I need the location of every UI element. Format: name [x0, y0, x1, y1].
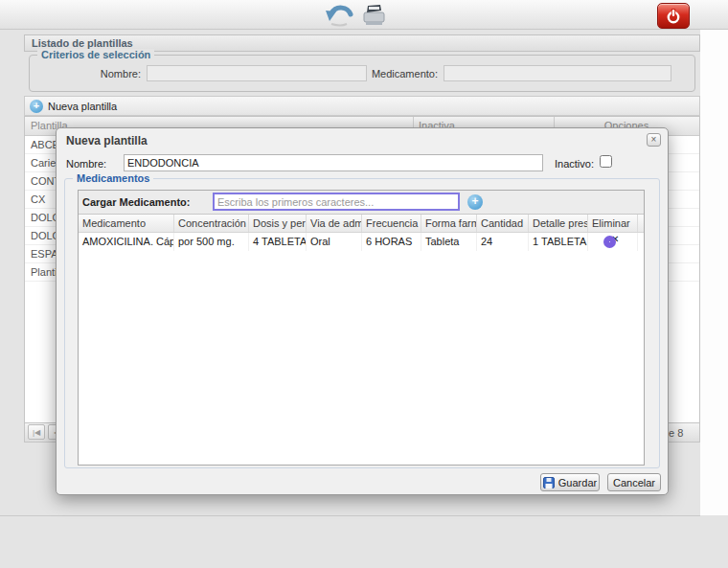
medicamento-input[interactable]	[444, 65, 671, 81]
cell-medicamento: AMOXICILINA. Cáps...	[79, 233, 174, 251]
header-via[interactable]: Via de admi...	[307, 215, 362, 232]
criteria-fieldset: Criterios de selección Nombre: Medicamen…	[29, 55, 695, 92]
printer-icon[interactable]	[360, 2, 389, 30]
list-toolbar: + Nueva plantilla	[24, 96, 700, 116]
row-filler	[638, 233, 644, 251]
top-toolbar	[0, 0, 728, 30]
header-medicamento[interactable]: Medicamento	[79, 215, 174, 232]
modal-nombre-input[interactable]	[124, 154, 543, 171]
cell-dosis: 4 TABLETAS...	[249, 233, 307, 251]
medicamentos-panel: Cargar Medicamento: + Medicamento Concen…	[78, 190, 645, 466]
cell-detalle: 1 TABLETA ...	[529, 233, 588, 251]
medicamentos-table-header: Medicamento Concentración Dosis y peri..…	[79, 215, 644, 233]
cell-forma: Tableta	[421, 233, 477, 251]
page-right-gutter	[700, 30, 728, 515]
app-bottom-border	[0, 515, 700, 516]
modal-nombre-label: Nombre:	[66, 158, 106, 170]
loading-ring-icon	[603, 236, 616, 248]
header-filler	[638, 215, 644, 232]
cell-concentracion: por 500 mg.	[174, 233, 249, 251]
undo-arrow-icon[interactable]	[324, 2, 354, 30]
cargar-medicamento-label: Cargar Medicamento:	[82, 196, 190, 208]
cargar-medicamento-input[interactable]	[213, 193, 460, 211]
close-icon[interactable]: ×	[647, 133, 661, 147]
header-concentracion[interactable]: Concentración	[174, 215, 249, 232]
header-detalle[interactable]: Detalle pres...	[529, 215, 588, 232]
app-canvas: Listado de plantillas Criterios de selec…	[0, 0, 728, 568]
medicamento-row[interactable]: AMOXICILINA. Cáps... por 500 mg. 4 TABLE…	[79, 233, 644, 251]
nombre-input[interactable]	[147, 65, 367, 81]
add-medicamento-icon[interactable]: +	[467, 194, 483, 210]
inactivo-label: Inactivo:	[555, 158, 594, 170]
header-forma[interactable]: Forma farm...	[421, 215, 477, 232]
header-cantidad[interactable]: Cantidad	[477, 215, 529, 232]
guardar-label: Guardar	[558, 477, 597, 488]
floppy-disk-icon	[543, 477, 555, 488]
new-template-label: Nueva plantilla	[48, 101, 117, 112]
new-template-button[interactable]: + Nueva plantilla	[30, 100, 117, 113]
cell-via: Oral	[307, 233, 362, 251]
cargar-medicamento-bar: Cargar Medicamento: +	[79, 191, 644, 215]
inactivo-checkbox[interactable]	[600, 155, 612, 168]
criteria-legend: Criterios de selección	[37, 49, 154, 60]
nombre-label: Nombre:	[68, 68, 141, 80]
first-page-button[interactable]: |◀	[28, 424, 45, 440]
guardar-button[interactable]: Guardar	[540, 473, 600, 491]
cell-eliminar: ✕	[588, 233, 638, 251]
cancelar-button[interactable]: Cancelar	[607, 473, 661, 491]
toolbar-center-icons	[324, 2, 389, 30]
cell-cantidad: 24	[477, 233, 529, 251]
modal-title: Nueva plantilla	[66, 134, 148, 148]
header-frecuencia[interactable]: Frecuencia	[362, 215, 421, 232]
medicamento-label: Medicamento:	[363, 68, 438, 80]
pagination-info: e 8	[669, 427, 683, 439]
medicamentos-legend: Medicamentos	[73, 172, 153, 184]
nueva-plantilla-modal: Nueva plantilla × Nombre: Inactivo: Medi…	[56, 127, 669, 495]
power-button[interactable]	[657, 3, 690, 29]
cell-frecuencia: 6 HORAS	[362, 233, 421, 251]
header-eliminar[interactable]: Eliminar	[588, 215, 638, 232]
cancelar-label: Cancelar	[613, 477, 655, 488]
plus-icon: +	[30, 100, 43, 113]
header-dosis[interactable]: Dosis y peri...	[249, 215, 307, 232]
